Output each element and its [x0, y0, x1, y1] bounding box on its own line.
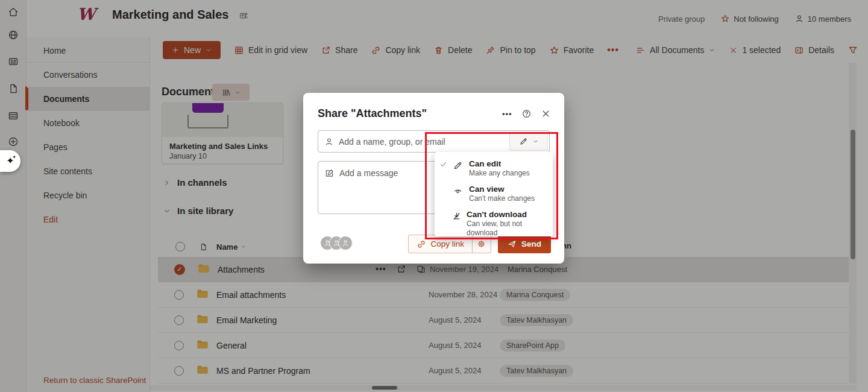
message-pencil-icon	[324, 168, 335, 207]
check-icon	[439, 159, 453, 168]
menu-item-can-edit[interactable]: Can edit Make any changes	[435, 156, 553, 182]
close-icon[interactable]	[541, 109, 551, 119]
shared-with-avatars[interactable]	[320, 236, 357, 251]
pencil-icon	[519, 137, 528, 146]
no-download-icon	[451, 210, 467, 221]
message-placeholder: Add a message	[339, 168, 398, 207]
permission-menu: Can edit Make any changes Can view Can't…	[435, 152, 553, 236]
link-icon	[417, 239, 426, 249]
person-add-icon	[324, 137, 334, 147]
chevron-down-icon	[532, 138, 539, 145]
help-icon[interactable]	[521, 109, 532, 119]
menu-item-cant-download[interactable]: Can't download Can view, but not downloa…	[435, 207, 553, 241]
dialog-title: Share "Attachments"	[318, 107, 427, 120]
avatar	[338, 236, 353, 250]
menu-item-can-view[interactable]: Can view Can't make changes	[435, 182, 553, 207]
dialog-more-icon[interactable]: •••	[502, 109, 512, 119]
eye-icon	[453, 185, 469, 196]
permission-selector-button[interactable]	[509, 132, 548, 151]
pencil-icon	[453, 159, 469, 171]
recipient-field	[318, 130, 550, 153]
sparkle-small-icon: ✦	[12, 154, 16, 160]
